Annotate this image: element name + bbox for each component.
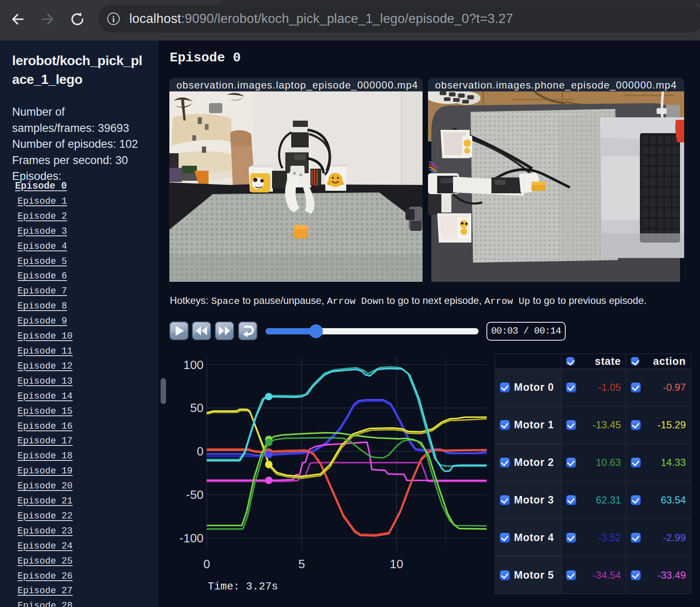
svg-text:0: 0	[203, 557, 210, 571]
svg-text:-50: -50	[186, 488, 204, 501]
svg-text:50: 50	[190, 401, 204, 415]
svg-text:5: 5	[298, 557, 305, 571]
svg-text:10: 10	[390, 557, 403, 571]
svg-text:0: 0	[197, 445, 204, 458]
svg-text:100: 100	[184, 358, 204, 372]
svg-text:-100: -100	[179, 531, 204, 545]
